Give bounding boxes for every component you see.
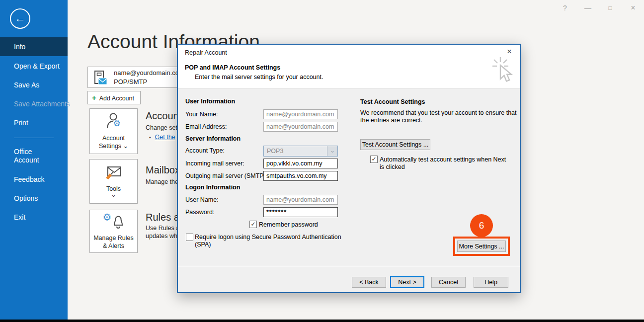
email-address-input[interactable] [263, 122, 338, 132]
section-text-rules-2: updates wh [146, 233, 177, 240]
section-logon-information: Logon Information [185, 184, 240, 191]
account-type-label: Account Type: [185, 147, 225, 154]
incoming-server-input[interactable] [263, 159, 338, 168]
bottom-bar [0, 320, 644, 322]
footer-separator [178, 266, 520, 267]
account-type-value: POP3 [267, 148, 283, 155]
chevron-down-icon: ⌄ [123, 143, 128, 150]
section-text-rules-1: Use Rules ar [146, 225, 181, 232]
add-account-button[interactable]: +Add Account [87, 91, 141, 104]
manage-rules-alerts-button[interactable]: ⚙ Manage Rules & Alerts [89, 210, 138, 253]
more-settings-button[interactable]: More Settings ... [457, 241, 506, 252]
get-the-link[interactable]: Get the [155, 134, 175, 141]
sidebar-item-options[interactable]: Options [0, 189, 68, 208]
remember-password-label: Remember password [259, 221, 318, 228]
account-protocol: POP/SMTP [114, 78, 184, 86]
auto-test-label-1: Automatically test account settings when… [380, 156, 506, 163]
next-button[interactable]: Next > [390, 276, 424, 288]
auto-test-checkbox[interactable]: ✓ [370, 156, 378, 163]
user-name-label: User Name: [185, 196, 219, 203]
section-text-account: Change sett [146, 124, 179, 131]
dropdown-arrow-icon: ⌄ [327, 146, 337, 156]
sidebar-item-print[interactable]: Print [0, 113, 68, 132]
mailbox-cleanup-icon [105, 166, 123, 182]
repair-account-dialog: Repair Account × POP and IMAP Account Se… [177, 44, 521, 293]
tile-label: Manage Rules & Alerts [92, 234, 136, 250]
outgoing-server-input[interactable] [263, 171, 338, 181]
your-name-input[interactable] [263, 109, 338, 119]
auto-test-label-2: is clicked [380, 163, 405, 170]
more-settings-highlight: More Settings ... [453, 237, 510, 256]
plus-icon: + [92, 93, 96, 102]
step-badge: 6 [470, 214, 493, 237]
sidebar-item-exit[interactable]: Exit [0, 208, 68, 227]
sidebar-item-feedback[interactable]: Feedback [0, 170, 68, 189]
dialog-title: Repair Account [185, 49, 227, 56]
person-gear-icon: ⚙ [105, 112, 122, 131]
account-type-select[interactable]: POP3 ⌄ [263, 146, 338, 157]
sidebar-item-info[interactable]: Info [0, 37, 68, 56]
minimize-icon[interactable]: — [582, 2, 593, 13]
tile-label: Account Settings [99, 135, 125, 150]
password-input[interactable] [263, 207, 338, 217]
outlook-backstage-window: ? — □ × ← Info Open & Export Save As Sav… [0, 0, 644, 322]
back-arrow-icon[interactable]: ← [10, 8, 30, 29]
account-settings-button[interactable]: ⚙ Account Settings ⌄ [89, 108, 138, 154]
cancel-button[interactable]: Cancel [431, 277, 466, 288]
sidebar-item-open-export[interactable]: Open & Export [0, 57, 68, 76]
user-name-input[interactable] [263, 195, 338, 205]
maximize-icon[interactable]: □ [605, 2, 616, 13]
dialog-header: Repair Account × POP and IMAP Account Se… [178, 45, 520, 88]
dialog-heading: POP and IMAP Account Settings [185, 64, 280, 71]
sidebar-item-save-attachments: Save Attachments [0, 94, 68, 113]
spa-checkbox[interactable] [186, 234, 193, 241]
help-icon[interactable]: ? [560, 2, 570, 13]
your-name-label: Your Name: [185, 111, 218, 118]
spa-label-2: (SPA) [195, 241, 211, 248]
test-text-2: the entries are correct. [360, 117, 422, 124]
test-text-1: We recommend that you test your account … [360, 109, 517, 116]
dialog-subheading: Enter the mail server settings for your … [195, 74, 323, 80]
chevron-down-icon: ⌄ [111, 193, 116, 197]
incoming-server-label: Incoming mail server: [185, 160, 244, 167]
remember-password-checkbox[interactable]: ✓ [249, 221, 257, 228]
rules-gear-bell-icon: ⚙ [104, 213, 124, 231]
section-server-information: Server Information [185, 135, 241, 142]
add-account-label: Add Account [99, 95, 134, 102]
tools-button[interactable]: Tools ⌄ [89, 159, 138, 204]
back-button[interactable]: < Back [352, 277, 386, 288]
email-address-label: Email Address: [185, 123, 227, 130]
section-heading-mailbox: Mailbox [146, 164, 180, 176]
click-cursor-icon [492, 57, 513, 85]
sidebar-item-save-as[interactable]: Save As [0, 76, 68, 94]
section-heading-account: Accoun [146, 110, 179, 122]
help-button[interactable]: Help [474, 277, 508, 288]
section-user-information: User Information [185, 98, 235, 105]
section-test-account-settings: Test Account Settings [360, 98, 425, 105]
spa-label-1: Require logon using Secure Password Auth… [195, 234, 341, 241]
bullet-icon: ▪ [149, 135, 151, 140]
account-email: name@yourdomain.com [114, 69, 184, 78]
sidebar-item-office-account[interactable]: Office Account [0, 146, 54, 169]
dialog-close-icon[interactable]: × [504, 46, 515, 57]
section-text-mailbox: Manage the [146, 178, 178, 185]
outgoing-server-label: Outgoing mail server (SMTP): [185, 172, 267, 179]
test-account-settings-button[interactable]: Test Account Settings ... [360, 139, 430, 150]
password-label: Password: [185, 209, 214, 216]
close-window-icon[interactable]: × [628, 2, 639, 13]
mail-account-icon [94, 70, 109, 86]
backstage-sidebar: ← Info Open & Export Save As Save Attach… [0, 0, 68, 320]
sidebar-divider [14, 138, 54, 138]
